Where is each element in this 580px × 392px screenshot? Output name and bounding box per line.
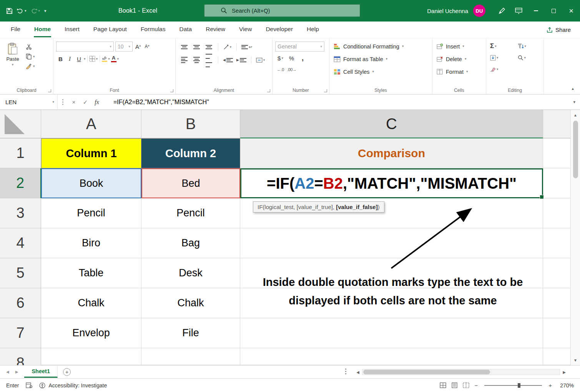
- customize-qat-chevron-icon[interactable]: ▾: [44, 9, 47, 13]
- cell-a2[interactable]: Book: [41, 168, 141, 198]
- autosum-button[interactable]: Σ▾: [490, 42, 512, 51]
- cell-c8[interactable]: [240, 348, 543, 365]
- cell-a5[interactable]: Table: [41, 258, 141, 288]
- macro-record-icon[interactable]: [26, 382, 32, 388]
- cell-filler[interactable]: [543, 138, 570, 168]
- increase-font-size-button[interactable]: A▴: [134, 43, 142, 50]
- row-header-5[interactable]: 5: [0, 258, 41, 288]
- cancel-entry-button[interactable]: ×: [68, 99, 80, 105]
- percent-style-button[interactable]: %: [287, 53, 296, 63]
- cell-c4[interactable]: [240, 228, 543, 258]
- cell-b3[interactable]: Pencil: [141, 198, 240, 228]
- increase-indent-button[interactable]: ▶: [236, 55, 246, 65]
- align-left-button[interactable]: [180, 55, 189, 65]
- undo-button[interactable]: ▾: [17, 8, 27, 14]
- align-right-button[interactable]: [204, 55, 213, 65]
- maximize-button[interactable]: [545, 0, 562, 22]
- collapse-ribbon-button[interactable]: ▴: [572, 86, 574, 91]
- copy-button[interactable]: ▾: [26, 53, 35, 60]
- sheet-tab-sheet1[interactable]: Sheet1: [24, 366, 58, 378]
- align-center-button[interactable]: [192, 55, 201, 65]
- font-color-button[interactable]: A ▾: [111, 54, 120, 63]
- expand-formula-bar-chevron[interactable]: ▾: [573, 100, 575, 105]
- sheet-nav-left-icon[interactable]: ◀: [6, 370, 9, 374]
- vertical-scrollbar[interactable]: ▲ ▼: [570, 110, 580, 365]
- tab-file[interactable]: File: [4, 22, 27, 38]
- vertical-scroll-thumb[interactable]: [573, 121, 578, 178]
- cell-filler[interactable]: [543, 318, 570, 348]
- cell-filler[interactable]: [543, 168, 570, 198]
- insert-function-button[interactable]: fx: [91, 99, 103, 106]
- row-header-7[interactable]: 7: [0, 318, 41, 348]
- zoom-slider-thumb[interactable]: [518, 383, 520, 388]
- tab-review[interactable]: Review: [199, 22, 232, 38]
- row-header-3[interactable]: 3: [0, 198, 41, 228]
- cell-b8[interactable]: [141, 348, 240, 365]
- align-top-button[interactable]: [180, 42, 189, 51]
- scroll-right-icon[interactable]: ▶: [561, 370, 568, 374]
- find-select-button[interactable]: ▾: [518, 53, 540, 62]
- user-name[interactable]: Daniel Uchenna: [427, 8, 468, 14]
- minimize-button[interactable]: [527, 0, 545, 22]
- save-button[interactable]: [6, 8, 13, 14]
- scroll-down-icon[interactable]: ▼: [573, 356, 577, 364]
- accessibility-status[interactable]: Accessibility: Investigate: [39, 382, 107, 389]
- cell-b6[interactable]: Chalk: [141, 288, 240, 318]
- row-header-6[interactable]: 6: [0, 288, 41, 318]
- confirm-entry-button[interactable]: ✓: [80, 99, 91, 106]
- accounting-format-button[interactable]: $▾: [276, 53, 285, 63]
- paste-button[interactable]: Paste ▾: [2, 40, 23, 69]
- bold-button[interactable]: B: [56, 54, 65, 63]
- orientation-button[interactable]: ▾: [223, 42, 232, 51]
- search-box[interactable]: Search (Alt+Q): [204, 4, 360, 17]
- chevron-down-icon[interactable]: ▾: [84, 57, 86, 61]
- font-name-combo[interactable]: ▾: [56, 42, 114, 51]
- normal-view-icon[interactable]: [440, 382, 446, 388]
- horizontal-scroll-track[interactable]: [362, 369, 560, 375]
- cell-filler[interactable]: [543, 288, 570, 318]
- dialog-launcher-icon[interactable]: [170, 89, 173, 92]
- zoom-slider[interactable]: [484, 385, 542, 386]
- row-header-8[interactable]: 8: [0, 348, 41, 365]
- fill-color-button[interactable]: ▾: [101, 54, 110, 63]
- cell-c2-formula-edit[interactable]: =IF(A2=B2,"MATCH","MISMATCH": [240, 168, 543, 198]
- horizontal-scroll-thumb[interactable]: [363, 370, 490, 374]
- cell-a4[interactable]: Biro: [41, 228, 141, 258]
- fill-button[interactable]: ▾: [490, 53, 512, 62]
- formula-bar-input[interactable]: =IF(A2=B2,"MATCH","MISMATCH": [113, 99, 209, 106]
- tab-scroll-split-handle[interactable]: [345, 369, 346, 374]
- align-bottom-button[interactable]: [204, 42, 213, 51]
- tab-page-layout[interactable]: Page Layout: [86, 22, 134, 38]
- decrease-font-size-button[interactable]: A▾: [144, 44, 151, 49]
- dialog-launcher-icon[interactable]: [324, 89, 327, 92]
- draw-pen-button[interactable]: [493, 0, 510, 22]
- new-sheet-button[interactable]: +: [63, 368, 71, 376]
- sheet-nav-right-icon[interactable]: ▶: [15, 370, 18, 374]
- format-painter-button[interactable]: ▾: [26, 63, 35, 69]
- cell-filler[interactable]: [543, 228, 570, 258]
- merge-center-button[interactable]: ▾: [256, 55, 265, 65]
- cell-b2[interactable]: Bed: [141, 168, 240, 198]
- share-button[interactable]: Share: [547, 27, 571, 33]
- column-header-a[interactable]: A: [41, 110, 141, 138]
- format-cells-button[interactable]: Format ▾: [434, 65, 484, 78]
- cell-b1[interactable]: Column 2: [141, 138, 240, 168]
- cell-a6[interactable]: Chalk: [41, 288, 141, 318]
- cut-button[interactable]: [26, 44, 35, 50]
- redo-button[interactable]: ▾: [31, 8, 40, 14]
- cell-a1[interactable]: Column 1: [41, 138, 141, 168]
- clear-button[interactable]: ▾: [490, 65, 512, 74]
- align-middle-button[interactable]: [192, 42, 201, 51]
- tab-developer[interactable]: Developer: [259, 22, 300, 38]
- sort-filter-button[interactable]: ▾: [518, 42, 540, 51]
- number-format-combo[interactable]: General ▾: [275, 42, 324, 51]
- page-break-view-icon[interactable]: [463, 382, 469, 388]
- decrease-decimal-button[interactable]: .00→: [287, 65, 296, 74]
- cell-c7[interactable]: [240, 318, 543, 348]
- cell-filler[interactable]: [543, 348, 570, 365]
- name-box[interactable]: LEN ▾: [0, 95, 58, 110]
- comma-style-button[interactable]: ,: [298, 53, 307, 63]
- cell-filler[interactable]: [543, 198, 570, 228]
- select-all-corner[interactable]: [0, 110, 41, 138]
- delete-cells-button[interactable]: Delete ▾: [434, 53, 484, 65]
